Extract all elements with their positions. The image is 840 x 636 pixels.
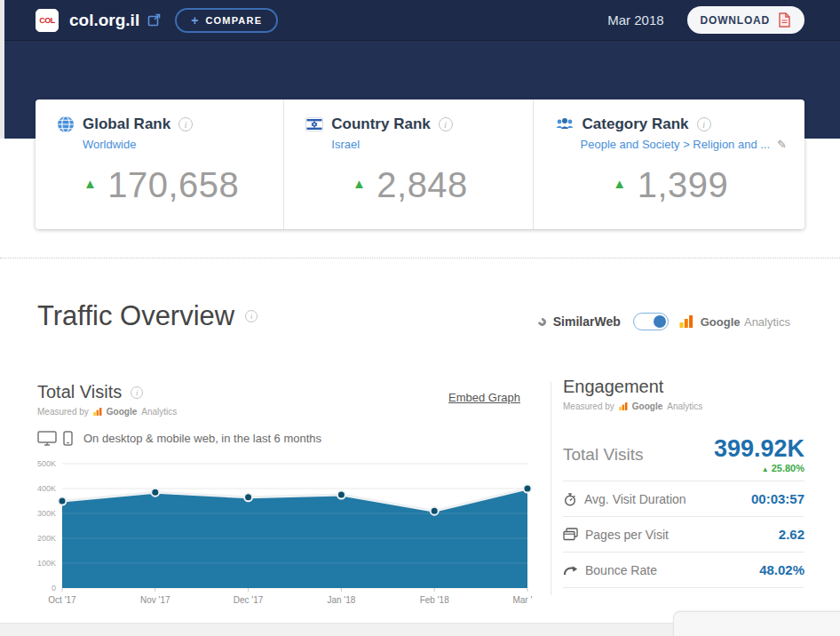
panel-divider bbox=[551, 382, 551, 595]
total-visits-title: Total Visits bbox=[37, 382, 122, 402]
total-visits-change: 25.80% bbox=[714, 463, 804, 473]
measured-by-row: Measured by Google Analytics bbox=[563, 401, 804, 411]
category-rank-title: Category Rank bbox=[582, 115, 689, 133]
stopwatch-icon bbox=[563, 492, 577, 506]
svg-text:200K: 200K bbox=[37, 534, 56, 543]
similarweb-label: SimilarWeb bbox=[553, 314, 621, 329]
rank-up-icon bbox=[353, 176, 366, 191]
global-rank-title: Global Rank bbox=[83, 115, 170, 133]
svg-text:Feb '18: Feb '18 bbox=[420, 595, 449, 605]
svg-text:Jan '18: Jan '18 bbox=[327, 595, 355, 605]
svg-text:0: 0 bbox=[52, 584, 56, 592]
rank-up-icon bbox=[83, 176, 97, 191]
pages-icon bbox=[563, 528, 578, 541]
globe-icon bbox=[57, 115, 75, 133]
embed-graph-link[interactable]: Embed Graph bbox=[448, 391, 520, 404]
site-favicon-text: COL bbox=[39, 16, 55, 25]
category-rank-section: Category Rank i People and Society > Rel… bbox=[533, 99, 804, 229]
avg-duration-value: 00:03:57 bbox=[751, 491, 804, 506]
site-name: col.org.il bbox=[69, 11, 139, 30]
category-rank-value: 1,399 bbox=[555, 165, 787, 205]
svg-text:300K: 300K bbox=[37, 509, 56, 518]
download-button-label: DOWNLOAD bbox=[701, 14, 770, 27]
google-analytics-logo-icon bbox=[93, 408, 102, 416]
engagement-row-pages-per-visit: Pages per Visit 2.62 bbox=[563, 517, 804, 553]
info-icon[interactable]: i bbox=[439, 117, 453, 131]
global-rank-section: Global Rank i Worldwide 170,658 bbox=[36, 99, 283, 229]
people-group-icon bbox=[555, 115, 575, 133]
plus-icon: + bbox=[191, 14, 198, 27]
source-toggle-switch[interactable] bbox=[633, 313, 669, 330]
report-date: Mar 2018 bbox=[607, 12, 663, 28]
global-rank-scope-link[interactable]: Worldwide bbox=[83, 138, 136, 151]
traffic-overview-title: Traffic Overview bbox=[37, 300, 234, 332]
total-visits-section: Total Visits i Embed Graph Measured by G… bbox=[37, 382, 531, 446]
country-rank-scope-link[interactable]: Israel bbox=[331, 138, 360, 151]
data-source-toggle-group: SimilarWeb Google Analytics bbox=[538, 313, 790, 330]
rank-up-icon bbox=[613, 176, 626, 191]
info-icon[interactable]: i bbox=[245, 310, 258, 322]
top-bar: COL col.org.il + COMPARE Mar 2018 DOWNLO… bbox=[0, 0, 840, 41]
section-separator bbox=[0, 258, 840, 258]
engagement-row-bounce-rate: Bounce Rate 48.02% bbox=[563, 553, 804, 588]
svg-text:Dec '17: Dec '17 bbox=[234, 595, 264, 605]
info-icon[interactable]: i bbox=[697, 117, 711, 131]
israel-flag-icon bbox=[305, 115, 323, 133]
google-analytics-label-light: Analytics bbox=[744, 315, 790, 329]
compare-button[interactable]: + COMPARE bbox=[175, 8, 278, 33]
pages-per-visit-value: 2.62 bbox=[779, 527, 804, 542]
engagement-panel: Engagement Measured by Google Analytics … bbox=[563, 377, 804, 588]
google-analytics-logo-icon bbox=[619, 402, 628, 410]
corner-widget[interactable] bbox=[673, 611, 840, 636]
bounce-rate-value: 48.02% bbox=[759, 562, 804, 577]
measured-by-row: Measured by Google Analytics bbox=[37, 407, 531, 417]
country-rank-title: Country Rank bbox=[331, 115, 430, 133]
svg-text:400K: 400K bbox=[37, 484, 56, 493]
svg-text:Nov '17: Nov '17 bbox=[140, 595, 170, 605]
svg-text:100K: 100K bbox=[37, 559, 56, 568]
edit-pencil-icon[interactable]: ✎ bbox=[777, 138, 787, 151]
devices-note: On desktop & mobile web, in the last 6 m… bbox=[83, 432, 321, 445]
category-rank-link[interactable]: People and Society > Religion and ... bbox=[581, 138, 771, 151]
similarweb-report-page: COL col.org.il + COMPARE Mar 2018 DOWNLO… bbox=[0, 0, 840, 636]
rank-summary-card: Global Rank i Worldwide 170,658 bbox=[36, 99, 804, 229]
total-visits-value: 399.92K bbox=[714, 436, 804, 461]
external-link-icon[interactable] bbox=[147, 13, 161, 27]
country-rank-value: 2,848 bbox=[305, 165, 514, 205]
svg-text:Oct '17: Oct '17 bbox=[48, 595, 76, 605]
similarweb-logo-icon bbox=[536, 316, 548, 328]
download-button[interactable]: DOWNLOAD bbox=[687, 6, 804, 34]
site-favicon: COL bbox=[36, 9, 59, 32]
window-edge bbox=[0, 0, 4, 139]
toggle-knob bbox=[654, 315, 666, 328]
info-icon[interactable]: i bbox=[178, 117, 193, 131]
desktop-icon bbox=[37, 431, 57, 446]
engagement-row-avg-duration: Avg. Visit Duration 00:03:57 bbox=[563, 481, 804, 517]
global-rank-value: 170,658 bbox=[57, 165, 265, 205]
pdf-icon bbox=[778, 12, 791, 28]
engagement-title: Engagement bbox=[563, 377, 804, 397]
svg-text:Mar '18: Mar '18 bbox=[512, 595, 533, 605]
bounce-arrow-icon bbox=[563, 564, 578, 576]
mobile-icon bbox=[63, 431, 73, 446]
country-rank-section: Country Rank i Israel 2,848 bbox=[283, 99, 532, 229]
traffic-overview-header: Traffic Overview i bbox=[37, 300, 258, 332]
compare-button-label: COMPARE bbox=[205, 15, 262, 26]
total-visits-chart-area: 0100K200K300K400K500KOct '17Nov '17Dec '… bbox=[37, 453, 533, 606]
info-icon[interactable]: i bbox=[131, 386, 143, 399]
google-analytics-label-bold: Google bbox=[701, 315, 741, 329]
total-visits-chart[interactable]: 0100K200K300K400K500KOct '17Nov '17Dec '… bbox=[37, 453, 533, 606]
google-analytics-logo-icon bbox=[679, 315, 693, 328]
engagement-row-total-visits: Total Visits 399.92K 25.80% bbox=[563, 424, 804, 481]
devices-note-row: On desktop & mobile web, in the last 6 m… bbox=[37, 431, 531, 446]
svg-text:500K: 500K bbox=[37, 459, 56, 468]
